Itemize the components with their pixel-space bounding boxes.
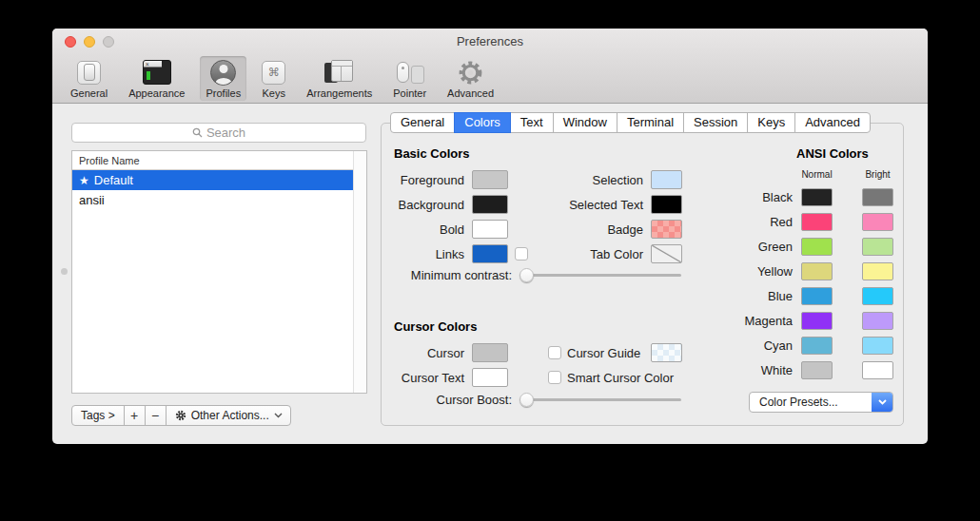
profile-list-scrollbar[interactable]: [353, 151, 366, 393]
cursor-guide-label: Cursor Guide: [567, 346, 640, 360]
ansi-red-row: Red: [715, 209, 893, 234]
color-presets-label: Color Presets...: [750, 396, 872, 409]
preferences-toolbar: General×AppearanceProfiles⌘KeysArrangeme…: [65, 54, 500, 101]
toolbar-item-profiles[interactable]: Profiles: [200, 56, 246, 101]
general-icon: [77, 58, 101, 87]
add-profile-button[interactable]: +: [124, 405, 146, 426]
pointer-icon: [395, 58, 424, 87]
selection-swatch[interactable]: [651, 170, 682, 189]
selected-text-label: Selected Text: [515, 198, 643, 212]
profile-list-header[interactable]: Profile Name: [72, 151, 366, 170]
tab-keys[interactable]: Keys: [747, 112, 795, 133]
toolbar-item-label: Advanced: [447, 87, 494, 99]
tab-text[interactable]: Text: [510, 112, 554, 133]
foreground-row: Foreground: [382, 167, 508, 192]
toolbar-item-general[interactable]: General: [65, 56, 113, 101]
tab-window[interactable]: Window: [553, 112, 617, 133]
ansi-green-bright-swatch[interactable]: [862, 238, 893, 256]
selected-text-swatch[interactable]: [651, 195, 682, 214]
foreground-swatch[interactable]: [472, 170, 508, 189]
ansi-yellow-bright-swatch[interactable]: [862, 262, 893, 280]
background-swatch[interactable]: [472, 195, 508, 214]
ansi-magenta-normal-swatch[interactable]: [801, 312, 833, 330]
profile-name: ansii: [79, 193, 105, 207]
window-title: Preferences: [52, 34, 928, 48]
tab-general[interactable]: General: [390, 112, 455, 133]
ansi-green-label: Green: [715, 240, 793, 254]
cursor-guide-row: Cursor Guide: [548, 340, 682, 365]
tags-button[interactable]: Tags >: [71, 405, 125, 426]
smart-cursor-color-checkbox[interactable]: [548, 371, 561, 384]
remove-profile-button[interactable]: −: [145, 405, 167, 426]
smart-cursor-color-row: Smart Cursor Color: [548, 365, 682, 390]
other-actions-dropdown[interactable]: Other Actions...: [166, 405, 291, 426]
toolbar-item-label: Keys: [262, 87, 284, 99]
ansi-cyan-label: Cyan: [715, 338, 793, 353]
chevron-down-icon: [274, 413, 283, 418]
ansi-black-bright-swatch[interactable]: [862, 188, 893, 206]
ansi-blue-bright-swatch[interactable]: [862, 287, 893, 305]
basic-colors-title: Basic Colors: [394, 146, 469, 161]
ansi-yellow-normal-swatch[interactable]: [801, 262, 833, 280]
colors-tab-panel: Basic Colors ForegroundBackgroundBoldLin…: [381, 123, 904, 426]
bold-swatch[interactable]: [472, 220, 508, 239]
keys-icon: ⌘: [262, 58, 285, 87]
cursor-swatch[interactable]: [472, 343, 508, 362]
ansi-white-normal-swatch[interactable]: [801, 361, 833, 379]
slider-knob[interactable]: [519, 393, 534, 407]
toolbar-item-label: Pointer: [393, 87, 426, 99]
selection-row: Selection: [515, 167, 682, 192]
toolbar-item-advanced[interactable]: Advanced: [441, 56, 500, 101]
ansi-cyan-row: Cyan: [715, 333, 893, 357]
cursor-guide-swatch[interactable]: [651, 343, 682, 362]
toolbar-item-keys[interactable]: ⌘Keys: [256, 56, 291, 101]
cursor-boost-slider[interactable]: [519, 393, 681, 407]
profile-row-ansii[interactable]: ansii: [72, 190, 354, 210]
tab-session[interactable]: Session: [683, 112, 748, 133]
slider-track: [519, 274, 681, 277]
background-row: Background: [382, 192, 508, 217]
cursor-guide-checkbox[interactable]: [548, 346, 561, 359]
slider-knob[interactable]: [519, 268, 534, 282]
ansi-red-normal-swatch[interactable]: [801, 213, 833, 231]
links-row: Links: [382, 241, 508, 266]
ansi-black-normal-swatch[interactable]: [801, 188, 833, 206]
search-placeholder: Search: [206, 125, 245, 140]
profile-row-default[interactable]: ★Default: [72, 170, 354, 190]
ansi-cyan-bright-swatch[interactable]: [862, 337, 893, 355]
toolbar-item-pointer[interactable]: Pointer: [387, 56, 432, 101]
search-icon: [192, 127, 203, 138]
tab-colors[interactable]: Colors: [454, 112, 511, 133]
search-field[interactable]: Search: [71, 123, 366, 143]
toolbar-item-appearance[interactable]: ×Appearance: [123, 56, 190, 101]
toolbar-item-label: Profiles: [206, 87, 241, 99]
ansi-white-label: White: [715, 363, 793, 377]
cursor-text-swatch[interactable]: [472, 368, 508, 387]
arrangements-icon: [324, 58, 355, 87]
ansi-red-bright-swatch[interactable]: [862, 213, 893, 231]
minimum-contrast-slider[interactable]: [519, 268, 681, 282]
ansi-blue-normal-swatch[interactable]: [801, 287, 833, 305]
badge-label: Badge: [515, 222, 643, 237]
cursor-boost-row: Cursor Boost:: [382, 393, 681, 407]
ansi-red-label: Red: [715, 215, 793, 229]
advanced-icon: [457, 58, 484, 87]
tab-color-swatch[interactable]: [651, 244, 682, 263]
color-presets-dropdown[interactable]: Color Presets...: [749, 392, 893, 413]
chevron-down-icon: [878, 399, 887, 405]
ansi-magenta-bright-swatch[interactable]: [862, 312, 893, 330]
ansi-white-bright-swatch[interactable]: [862, 361, 893, 379]
ansi-yellow-row: Yellow: [715, 259, 893, 283]
ansi-bright-header: Bright: [854, 169, 901, 180]
tab-color-checkbox[interactable]: [515, 247, 528, 260]
badge-row: Badge: [515, 217, 682, 241]
ansi-green-normal-swatch[interactable]: [801, 238, 833, 256]
badge-swatch[interactable]: [651, 220, 682, 239]
tab-terminal[interactable]: Terminal: [617, 112, 684, 133]
toolbar-item-arrangements[interactable]: Arrangements: [301, 56, 378, 101]
appearance-icon: ×: [143, 58, 171, 87]
toolbar-item-label: Appearance: [128, 87, 185, 99]
ansi-cyan-normal-swatch[interactable]: [801, 337, 833, 355]
tab-advanced[interactable]: Advanced: [794, 112, 871, 133]
links-swatch[interactable]: [472, 244, 508, 263]
